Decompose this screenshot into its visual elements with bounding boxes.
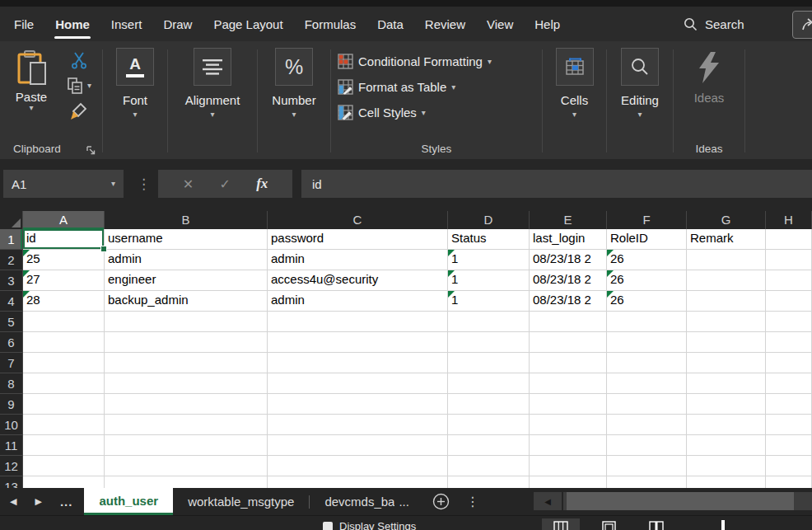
cell-G11[interactable] (687, 435, 766, 456)
editing-dropdown-icon[interactable]: ▾ (637, 110, 642, 119)
cell-E13[interactable] (530, 476, 607, 488)
row-header-10[interactable]: 10 (0, 415, 23, 435)
name-box-dropdown-icon[interactable]: ▾ (111, 180, 115, 188)
cell-B11[interactable] (105, 435, 268, 456)
cell-H4[interactable] (766, 291, 812, 312)
insert-function-icon[interactable]: fx (256, 176, 268, 192)
cell-E10[interactable] (530, 415, 607, 435)
cell-B4[interactable]: backup_admin (105, 291, 268, 312)
cell-D2[interactable]: 1 (448, 250, 530, 270)
cell-A7[interactable] (23, 353, 105, 373)
cell-C3[interactable]: access4u@security (268, 270, 448, 291)
copy-dropdown-icon[interactable]: ▾ (87, 82, 91, 90)
clipboard-dialog-launcher-icon[interactable] (86, 146, 96, 155)
cell-E5[interactable] (530, 312, 607, 332)
cell-E8[interactable] (530, 373, 607, 394)
cell-F12[interactable] (607, 456, 687, 476)
menu-tab-home[interactable]: Home (44, 7, 100, 41)
cell-H13[interactable] (766, 476, 812, 488)
menu-tab-review[interactable]: Review (414, 7, 476, 41)
cell-F10[interactable] (607, 415, 687, 435)
menu-tab-draw[interactable]: Draw (152, 7, 203, 41)
row-header-7[interactable]: 7 (0, 353, 23, 373)
cell-B8[interactable] (105, 373, 268, 394)
cell-B12[interactable] (105, 456, 268, 476)
column-header-G[interactable]: G (687, 211, 766, 229)
cell-A11[interactable] (23, 435, 105, 456)
alignment-group-button[interactable]: Alignment ▾ (168, 45, 257, 159)
cell-E12[interactable] (530, 456, 607, 476)
cell-G5[interactable] (687, 312, 766, 332)
cell-A10[interactable] (23, 415, 105, 435)
cell-H9[interactable] (766, 394, 812, 415)
cell-D11[interactable] (448, 435, 530, 456)
sheet-options-icon[interactable]: ⋮ (458, 488, 488, 515)
cell-G3[interactable] (687, 270, 766, 291)
cell-G9[interactable] (687, 394, 766, 415)
editing-group-button[interactable]: Editing ▾ (607, 45, 673, 159)
cell-F2[interactable]: 26 (607, 250, 687, 270)
row-header-6[interactable]: 6 (0, 332, 23, 353)
scrollbar-thumb[interactable] (567, 492, 794, 510)
horizontal-scrollbar[interactable]: ◀ (534, 492, 812, 510)
cell-A9[interactable] (23, 394, 105, 415)
cell-C4[interactable]: admin (268, 291, 448, 312)
cell-F9[interactable] (607, 394, 687, 415)
column-header-C[interactable]: C (268, 211, 448, 229)
select-all-corner[interactable] (0, 211, 23, 229)
cell-C10[interactable] (268, 415, 448, 435)
display-settings-button[interactable]: Display Settings (323, 520, 416, 530)
cell-B9[interactable] (105, 394, 268, 415)
row-header-3[interactable]: 3 (0, 270, 23, 291)
cell-D5[interactable] (448, 312, 530, 332)
font-dropdown-icon[interactable]: ▾ (133, 110, 137, 119)
cell-H10[interactable] (766, 415, 812, 435)
cell-H11[interactable] (766, 435, 812, 456)
cell-H12[interactable] (766, 456, 812, 476)
cell-H8[interactable] (766, 373, 812, 394)
cell-A12[interactable] (23, 456, 105, 476)
cell-D8[interactable] (448, 373, 530, 394)
cell-H6[interactable] (766, 332, 812, 353)
cell-A2[interactable]: 25 (23, 250, 105, 270)
page-break-view-button[interactable] (637, 518, 675, 530)
cell-A6[interactable] (23, 332, 105, 353)
column-header-E[interactable]: E (530, 211, 607, 229)
enter-icon[interactable]: ✓ (219, 176, 230, 192)
cell-E2[interactable]: 08/23/18 2 (530, 250, 607, 270)
column-header-A[interactable]: A (23, 211, 105, 229)
cell-C9[interactable] (268, 394, 448, 415)
row-header-2[interactable]: 2 (0, 250, 23, 270)
cell-F6[interactable] (607, 332, 687, 353)
column-header-D[interactable]: D (448, 211, 530, 229)
cell-E11[interactable] (530, 435, 607, 456)
cell-D1[interactable]: Status (448, 229, 530, 250)
cell-B6[interactable] (105, 332, 268, 353)
cell-B13[interactable] (105, 476, 268, 488)
tab-devcmds[interactable]: devcmds_ba ... (310, 488, 424, 515)
sheet-nav-right-icon[interactable]: ▶ (35, 496, 41, 507)
cell-H5[interactable] (766, 312, 812, 332)
menu-tab-help[interactable]: Help (524, 7, 571, 41)
share-button[interactable] (792, 11, 812, 39)
ideas-lightning-icon[interactable] (695, 51, 723, 84)
cell-H3[interactable] (766, 270, 812, 291)
add-sheet-button[interactable] (424, 488, 458, 515)
column-header-H[interactable]: H (766, 211, 812, 229)
cell-D9[interactable] (448, 394, 530, 415)
cell-E4[interactable]: 08/23/18 2 (530, 291, 607, 312)
cell-H7[interactable] (766, 353, 812, 373)
cell-A13[interactable] (23, 476, 105, 488)
cell-E6[interactable] (530, 332, 607, 353)
cell-F5[interactable] (607, 312, 687, 332)
cell-G6[interactable] (687, 332, 766, 353)
cell-C12[interactable] (268, 456, 448, 476)
tab-worktable-msgtype[interactable]: worktable_msgtype (173, 488, 309, 515)
sheet-nav-left-icon[interactable]: ◀ (10, 496, 16, 507)
cell-E9[interactable] (530, 394, 607, 415)
cell-A4[interactable]: 28 (23, 291, 105, 312)
cell-A1[interactable]: id (23, 229, 105, 250)
cell-D13[interactable] (448, 476, 530, 488)
cell-H2[interactable] (766, 250, 812, 270)
cell-F1[interactable]: RoleID (607, 229, 687, 250)
